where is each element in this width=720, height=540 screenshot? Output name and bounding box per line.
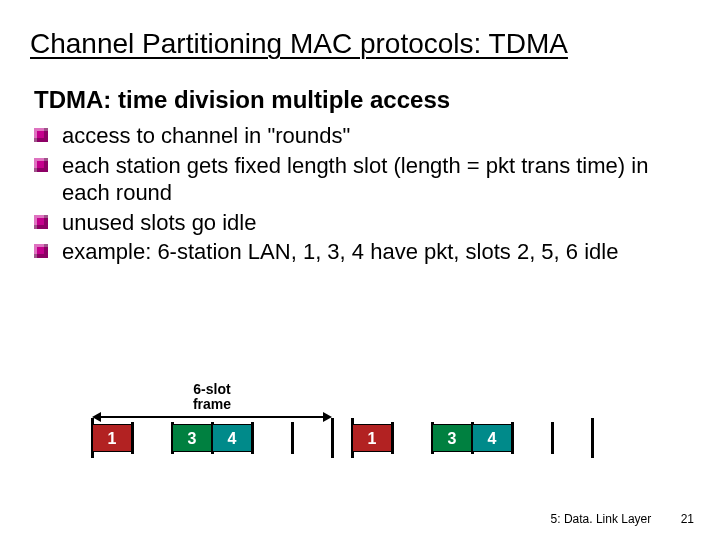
square-bullet-icon bbox=[34, 158, 48, 172]
bullet-text: access to channel in "rounds" bbox=[62, 123, 350, 148]
round-tick bbox=[591, 418, 594, 458]
subtitle: TDMA: time division multiple access bbox=[34, 86, 686, 114]
bullet-item: access to channel in "rounds" bbox=[34, 122, 686, 150]
bullet-text: each station gets fixed length slot (len… bbox=[62, 153, 648, 206]
round-tick bbox=[331, 418, 334, 458]
square-bullet-icon bbox=[34, 244, 48, 258]
frame-label-l1: 6-slot bbox=[193, 381, 230, 397]
frame-label-l2: frame bbox=[193, 396, 231, 412]
arrow-line bbox=[100, 416, 324, 418]
slot-tick bbox=[511, 422, 514, 454]
bullet-item: unused slots go idle bbox=[34, 209, 686, 237]
frame-arrow bbox=[92, 416, 332, 418]
bullet-list: access to channel in "rounds"each statio… bbox=[30, 122, 686, 266]
footer-section: 5: Data. Link Layer bbox=[551, 512, 652, 526]
slot-tick bbox=[251, 422, 254, 454]
frame-label: 6-slotframe bbox=[182, 382, 242, 411]
bullet-text: unused slots go idle bbox=[62, 210, 256, 235]
slot-tick bbox=[291, 422, 294, 454]
slot-tick bbox=[551, 422, 554, 454]
bullet-item: example: 6-station LAN, 1, 3, 4 have pkt… bbox=[34, 238, 686, 266]
footer: 5: Data. Link Layer 21 bbox=[551, 512, 694, 526]
slot-1: 1 bbox=[92, 424, 132, 452]
slot-1: 1 bbox=[352, 424, 392, 452]
footer-page: 21 bbox=[681, 512, 694, 526]
slot-4: 4 bbox=[472, 424, 512, 452]
square-bullet-icon bbox=[34, 215, 48, 229]
page-title: Channel Partitioning MAC protocols: TDMA bbox=[30, 28, 686, 60]
slot-tick bbox=[391, 422, 394, 454]
square-bullet-icon bbox=[34, 128, 48, 142]
tdma-diagram: 6-slotframe134134 bbox=[92, 382, 652, 462]
bullet-item: each station gets fixed length slot (len… bbox=[34, 152, 686, 207]
slot-tick bbox=[131, 422, 134, 454]
slot-4: 4 bbox=[212, 424, 252, 452]
bullet-text: example: 6-station LAN, 1, 3, 4 have pkt… bbox=[62, 239, 618, 264]
slot-3: 3 bbox=[172, 424, 212, 452]
slot-3: 3 bbox=[432, 424, 472, 452]
